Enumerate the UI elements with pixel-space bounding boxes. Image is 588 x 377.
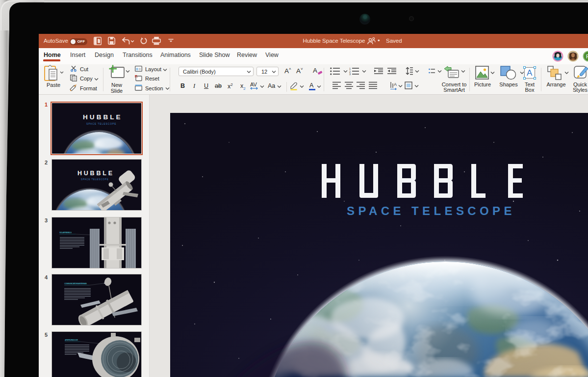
svg-text:SPACE TELESCOPE: SPACE TELESCOPE [86,122,117,125]
svg-text:SPACE TELESCOPE: SPACE TELESCOPE [347,204,516,217]
svg-text:APERTURE DOOR: APERTURE DOOR [65,339,78,341]
svg-text:HUBBLE: HUBBLE [83,113,122,121]
svg-text:AV: AV [250,81,257,87]
svg-text:SOLAR PANELS: SOLAR PANELS [59,231,72,234]
svg-text:A: A [527,68,533,78]
svg-text:3: 3 [349,73,351,76]
svg-text:SPACE TELESCOPE: SPACE TELESCOPE [81,178,109,181]
svg-text:HUBBLE: HUBBLE [77,170,114,177]
svg-text:COMMUNICATIONS ANTENNAS: COMMUNICATIONS ANTENNAS [64,282,87,285]
svg-text:P: P [586,54,588,59]
svg-text:A: A [394,82,397,87]
